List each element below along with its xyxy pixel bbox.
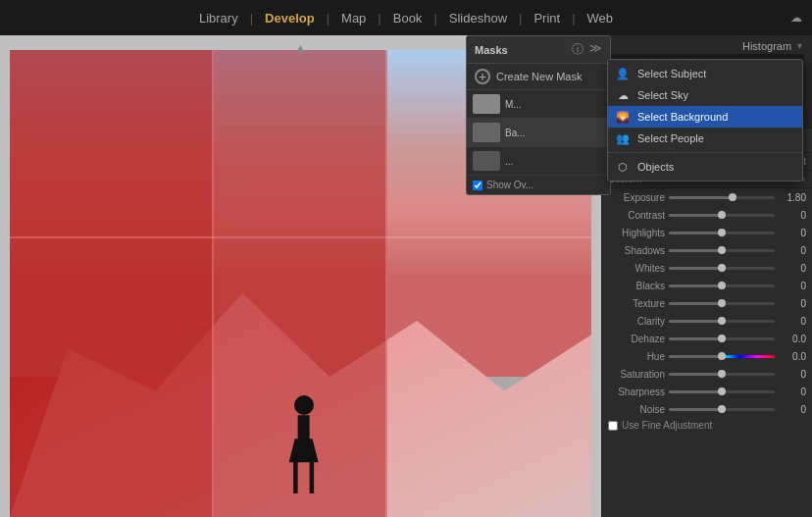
dropdown-item-select-subject[interactable]: 👤Select Subject	[608, 63, 802, 84]
dropdown-separator-4	[608, 152, 802, 153]
histogram-label: Histogram	[742, 40, 791, 52]
masks-info-icon[interactable]: ⓘ	[572, 41, 584, 58]
top-arrow: ▲	[294, 40, 308, 56]
slider-row-blacks: Blacks0	[602, 277, 812, 294]
person-icon: 👤	[616, 67, 630, 80]
red-panel-left	[10, 50, 214, 517]
slider-wrap-5[interactable]	[669, 279, 775, 292]
nav-slideshow[interactable]: Slideshow	[437, 0, 519, 35]
slider-wrap-3[interactable]	[669, 243, 775, 257]
nav-web[interactable]: Web	[576, 0, 626, 35]
slider-row-saturation: Saturation0	[602, 365, 812, 383]
slider-wrap-4[interactable]	[669, 261, 775, 275]
dropdown-label-0: Select Subject	[637, 68, 706, 79]
slider-row-hue: Hue0.0	[602, 347, 812, 365]
dropdown-label-3: Select People	[637, 132, 704, 144]
top-navigation: Library | Develop | Map | Book | Slidesh…	[0, 0, 812, 35]
nav-book[interactable]: Book	[381, 0, 434, 35]
dropdown-item-select-people[interactable]: 👥Select People	[608, 128, 802, 149]
slider-value-11: 0	[779, 387, 806, 397]
slider-value-2: 0	[779, 228, 806, 238]
dropdown-item-select-sky[interactable]: ☁Select Sky	[608, 84, 802, 106]
masks-header-icons: ⓘ ≫	[572, 41, 602, 58]
mask-name-2: Ba...	[505, 128, 604, 138]
slider-value-3: 0	[779, 245, 806, 256]
masks-title: Masks	[475, 44, 508, 56]
cloud-icon[interactable]: ☁	[790, 11, 802, 25]
slider-value-12: 0	[779, 404, 806, 415]
controls-area[interactable]: Photo ↺ ↻ ✎ ✦ ⚙ Background Invert	[602, 129, 812, 517]
sky-icon: ☁	[616, 88, 630, 102]
slider-label-0: Exposure	[608, 192, 665, 203]
dropdown-label-1: Select Sky	[637, 89, 688, 101]
dropdown-label-2: Select Background	[637, 111, 728, 123]
new-mask-dropdown: 👤Select Subject☁Select Sky🌄Select Backgr…	[607, 59, 803, 181]
mask-name-1: M...	[505, 99, 604, 110]
histogram-menu-icon[interactable]: ▼	[795, 41, 804, 51]
slider-row-dehaze: Dehaze0.0	[602, 330, 812, 347]
dropdown-label-5: Objects	[637, 161, 674, 173]
add-icon: +	[475, 69, 490, 84]
slider-label-8: Dehaze	[608, 334, 665, 344]
add-mask-label: Create New Mask	[496, 71, 582, 82]
slider-row-contrast: Contrast0	[602, 206, 812, 224]
slider-wrap-12[interactable]	[669, 402, 775, 416]
slider-wrap-8[interactable]	[669, 332, 775, 345]
people-icon: 👥	[616, 131, 630, 145]
show-overlay-checkbox[interactable]	[473, 181, 482, 190]
nav-library[interactable]: Library	[187, 0, 250, 35]
slider-label-7: Clarity	[608, 316, 665, 327]
mask-name-3: ...	[505, 156, 604, 167]
slider-label-5: Blacks	[608, 281, 665, 291]
slider-label-12: Noise	[608, 404, 665, 415]
slider-label-10: Saturation	[608, 369, 665, 380]
mask-item-1[interactable]: M...	[467, 90, 610, 119]
dropdown-item-objects[interactable]: ⬡Objects	[608, 156, 802, 178]
slider-wrap-7[interactable]	[669, 314, 775, 328]
mask-thumb-2	[473, 123, 500, 142]
slider-row-shadows: Shadows0	[602, 241, 812, 259]
slider-row-whites: Whites0	[602, 259, 812, 277]
slider-wrap-0[interactable]	[669, 190, 775, 204]
slider-wrap-6[interactable]	[669, 296, 775, 310]
mask-thumb-1	[473, 94, 500, 114]
show-overlay-label: Show Ov...	[486, 180, 533, 190]
dropdown-item-select-background[interactable]: 🌄Select Background	[608, 106, 802, 128]
slider-wrap-1[interactable]	[669, 208, 775, 222]
sliders-container: Exposure1.80Contrast0Highlights0Shadows0…	[602, 188, 812, 418]
slider-label-3: Shadows	[608, 245, 665, 256]
slider-label-6: Texture	[608, 298, 665, 309]
slider-row-highlights: Highlights0	[602, 224, 812, 241]
create-new-mask-button[interactable]: + Create New Mask	[467, 64, 610, 90]
slider-row-clarity: Clarity0	[602, 312, 812, 330]
slider-row-noise: Noise0	[602, 400, 812, 418]
person-head	[294, 395, 314, 415]
slider-row-exposure: Exposure1.80	[602, 188, 812, 206]
slider-label-4: Whites	[608, 263, 665, 274]
show-overlay-row: Show Ov...	[467, 176, 610, 194]
nav-print[interactable]: Print	[522, 0, 572, 35]
slider-value-8: 0.0	[779, 334, 806, 344]
slider-wrap-11[interactable]	[669, 385, 775, 398]
fine-adjustment-label: Use Fine Adjustment	[622, 420, 712, 431]
slider-label-11: Sharpness	[608, 387, 665, 397]
slider-value-1: 0	[779, 210, 806, 221]
histogram-title-row: Histogram ▼	[610, 40, 804, 52]
masks-more-icon[interactable]: ≫	[589, 41, 602, 58]
slider-label-1: Contrast	[608, 210, 665, 221]
slider-value-10: 0	[779, 369, 806, 380]
slider-label-2: Highlights	[608, 228, 665, 238]
slider-wrap-9[interactable]	[669, 349, 775, 363]
mask-item-3[interactable]: ...	[467, 147, 610, 176]
slider-wrap-2[interactable]	[669, 226, 775, 239]
nav-map[interactable]: Map	[330, 0, 378, 35]
mask-item-2[interactable]: Ba...	[467, 119, 610, 147]
slider-value-9: 0.0	[779, 351, 806, 362]
nav-develop[interactable]: Develop	[253, 0, 327, 35]
fine-adjustment-checkbox[interactable]	[608, 421, 618, 431]
slider-wrap-10[interactable]	[669, 367, 775, 381]
masks-panel: Masks ⓘ ≫ + Create New Mask M... Ba... .…	[466, 35, 611, 195]
slider-value-5: 0	[779, 281, 806, 291]
slider-value-7: 0	[779, 316, 806, 327]
mask-thumb-3	[473, 151, 500, 171]
